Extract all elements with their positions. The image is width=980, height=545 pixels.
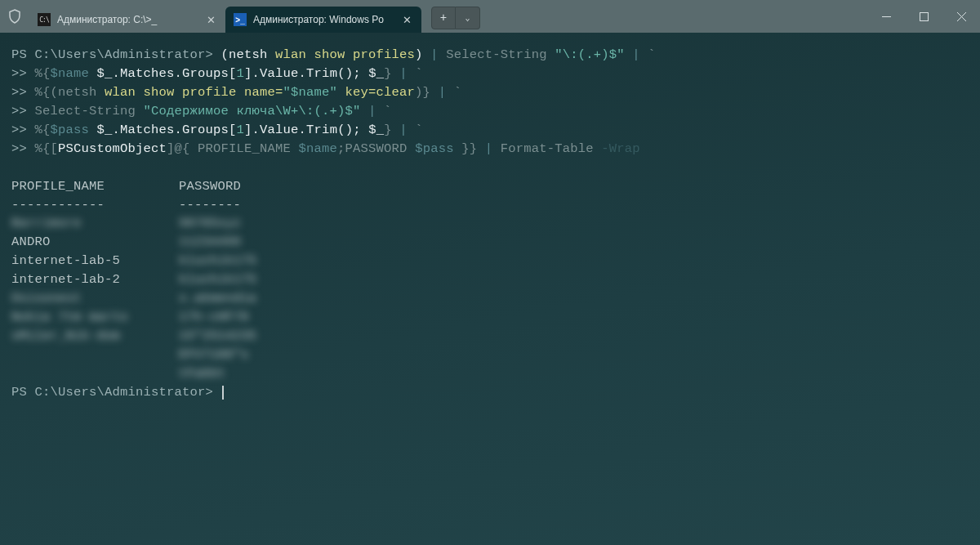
tab-powershell[interactable]: >_ Администратор: Windows Po ✕ [225,7,421,33]
terminal-prompt: PS C:\Users\Administrator> [11,383,969,402]
table-row: tFabbt [11,364,969,383]
table-row: Barrimore98765xyz [11,214,969,233]
terminal-body[interactable]: PS C:\Users\Administrator> (netsh wlan s… [0,33,980,545]
cmd-icon: C:\ [38,13,51,26]
svg-rect-1 [920,12,928,20]
tab-cmd[interactable]: C:\ Администратор: C:\>_ ✕ [29,7,225,33]
terminal-output: PS C:\Users\Administrator> (netsh wlan s… [11,46,969,177]
table-row: Osisonestx.akmendia [11,289,969,308]
table-row: Nokia 7tm marto17h-cHF78 [11,308,969,327]
window-controls [867,0,980,33]
table-row: sMiler_Nik-dom15"2514235 [11,327,969,346]
powershell-icon: >_ [234,13,247,26]
close-icon[interactable]: ✕ [204,13,217,26]
new-tab-dropdown[interactable]: ⌄ [456,7,480,29]
table-row: internet-lab-2kluchik175 [11,270,969,289]
close-window-button[interactable] [942,0,980,33]
minimize-button[interactable] [867,0,905,33]
table-row: ANDRO11234499 [11,233,969,252]
tab-title: Администратор: C:\>_ [57,14,199,25]
new-tab-button[interactable]: + [431,7,456,29]
table-row: EFV7180"s [11,346,969,364]
close-icon[interactable]: ✕ [400,13,413,26]
tab-title: Администратор: Windows Po [253,14,395,25]
shield-icon [7,8,23,25]
new-tab-controls: + ⌄ [431,7,480,29]
table-row: internet-lab-5kluchik175 [11,252,969,270]
table-header: PASSWORD [179,177,241,196]
cursor-icon [222,386,224,400]
titlebar: C:\ Администратор: C:\>_ ✕ >_ Администра… [0,0,980,33]
output-table: PROFILE_NAMEPASSWORD--------------------… [11,177,969,383]
table-header: PROFILE_NAME [11,177,179,196]
maximize-button[interactable] [905,0,942,33]
